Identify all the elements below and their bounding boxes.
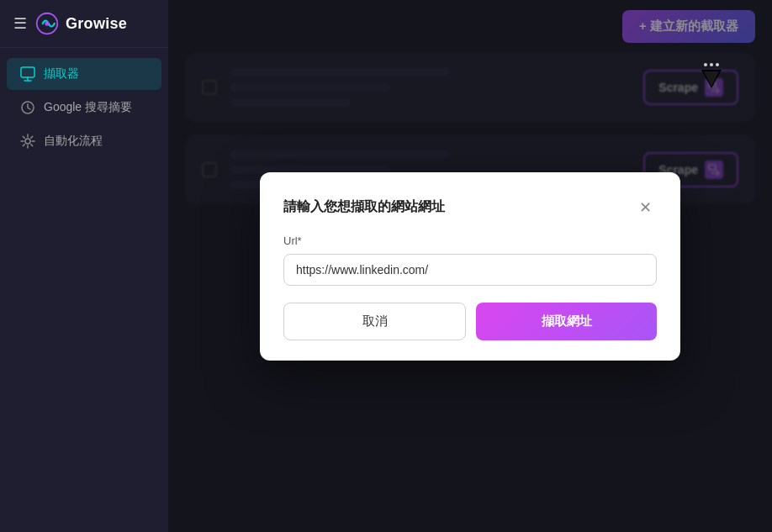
main-content: + 建立新的截取器 Scrape xyxy=(168,0,772,532)
modal-actions: 取消 擷取網址 xyxy=(283,303,657,340)
svg-rect-2 xyxy=(21,67,34,77)
scrape-url-button[interactable]: 擷取網址 xyxy=(476,303,657,340)
modal-close-button[interactable]: ✕ xyxy=(633,196,657,219)
svg-point-1 xyxy=(45,21,49,25)
extractor-icon xyxy=(20,66,35,82)
google-icon xyxy=(20,100,35,115)
sidebar-item-google[interactable]: Google 搜尋摘要 xyxy=(7,92,161,124)
cancel-button[interactable]: 取消 xyxy=(283,303,466,340)
sidebar-item-automation-label: 自動化流程 xyxy=(44,134,103,149)
sidebar-nav: 擷取器 Google 搜尋摘要 自動化流程 xyxy=(0,48,168,167)
sidebar: ☰ Growise 擷取器 xyxy=(0,0,168,532)
svg-point-4 xyxy=(25,139,30,144)
sidebar-item-automation[interactable]: 自動化流程 xyxy=(7,125,161,157)
logo-text: Growise xyxy=(66,15,127,33)
modal-header: 請輸入您想擷取的網站網址 ✕ xyxy=(283,196,657,219)
sidebar-item-extractor-label: 擷取器 xyxy=(44,66,79,82)
modal-overlay[interactable]: 請輸入您想擷取的網站網址 ✕ Url* 取消 擷取網址 xyxy=(168,0,772,532)
url-label: Url* xyxy=(283,234,657,247)
sidebar-header: ☰ Growise xyxy=(0,0,168,48)
automation-icon xyxy=(20,134,35,149)
sidebar-item-extractor[interactable]: 擷取器 xyxy=(7,58,161,90)
modal-title: 請輸入您想擷取的網站網址 xyxy=(283,198,445,216)
url-input-modal: 請輸入您想擷取的網站網址 ✕ Url* 取消 擷取網址 xyxy=(260,172,680,361)
logo-icon xyxy=(35,12,59,35)
logo-container: Growise xyxy=(35,12,127,35)
url-input[interactable] xyxy=(283,254,657,286)
hamburger-icon[interactable]: ☰ xyxy=(13,14,27,33)
sidebar-item-google-label: Google 搜尋摘要 xyxy=(44,100,132,115)
